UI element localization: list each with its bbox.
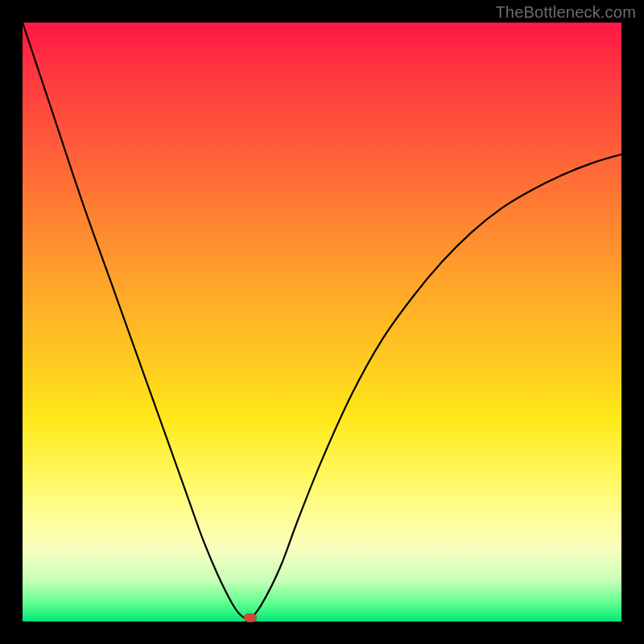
minimum-marker	[244, 613, 257, 622]
chart-frame: TheBottleneck.com	[0, 0, 644, 644]
curve-svg	[23, 23, 621, 621]
bottleneck-curve	[23, 23, 621, 619]
plot-area	[23, 23, 621, 621]
watermark-text: TheBottleneck.com	[495, 3, 636, 22]
